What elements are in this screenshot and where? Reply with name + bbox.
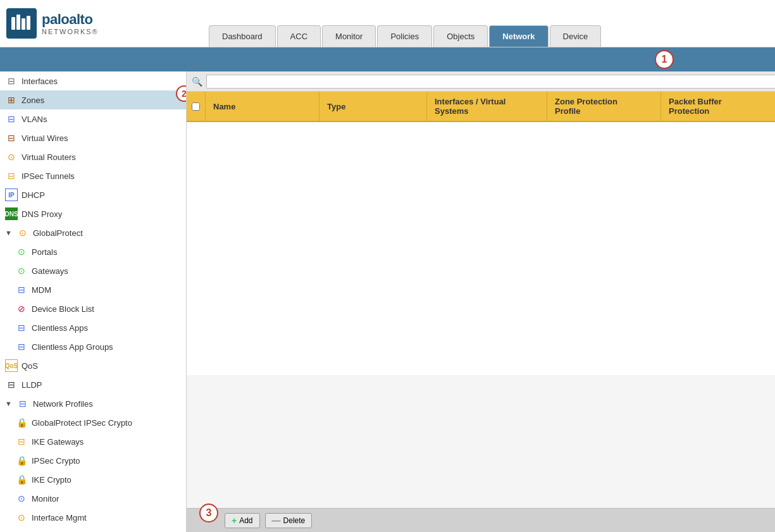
logo-company: paloalto (42, 11, 99, 28)
device-block-list-icon: ⊘ (15, 302, 28, 315)
sidebar-label-lldp: LLDP (22, 380, 42, 390)
sidebar-label-virtual-wires: Virtual Wires (22, 133, 68, 143)
ipsec-crypto-icon: 🔒 (15, 454, 28, 467)
select-all-checkbox[interactable] (192, 102, 200, 111)
svg-rect-3 (27, 16, 30, 30)
delete-button[interactable]: — Delete (265, 513, 313, 528)
tab-objects[interactable]: Objects (433, 25, 488, 47)
delete-icon: — (272, 516, 281, 526)
th-packet-buffer: Packet BufferProtection (661, 92, 775, 121)
sidebar-item-zones[interactable]: ⊞ Zones 2 (0, 90, 186, 109)
table-header: Name Type Interfaces / VirtualSystems Zo… (187, 92, 775, 122)
sidebar-label-vlans: VLANs (22, 114, 47, 124)
tab-device[interactable]: Device (550, 25, 602, 47)
sidebar-label-gateways: Gateways (32, 266, 68, 276)
sidebar-item-device-block-list[interactable]: ⊘ Device Block List (0, 299, 186, 318)
portals-icon: ⊙ (15, 245, 28, 258)
nav-tabs: Dashboard ACC Monitor Policies Objects N… (209, 0, 601, 47)
sidebar-label-monitor: Monitor (32, 494, 59, 504)
ike-crypto-icon: 🔒 (15, 473, 28, 486)
sidebar-label-ipsec-crypto: IPSec Crypto (32, 456, 80, 466)
sidebar-item-vlans[interactable]: ⊟ VLANs (0, 109, 186, 128)
sidebar-item-gateways[interactable]: ⊙ Gateways (0, 261, 186, 280)
search-input[interactable] (206, 75, 775, 89)
sidebar-item-monitor[interactable]: ⊙ Monitor (0, 489, 186, 508)
sidebar-label-clientless-apps: Clientless Apps (32, 323, 88, 333)
sidebar-label-qos: QoS (22, 361, 38, 371)
tab-network[interactable]: Network (489, 25, 548, 47)
sidebar-item-ike-crypto[interactable]: 🔒 IKE Crypto (0, 470, 186, 489)
main-content: ⊟ Interfaces ⊞ Zones 2 ⊟ VLANs ⊟ Virtual… (0, 71, 775, 532)
sidebar-label-ike-crypto: IKE Crypto (32, 475, 71, 485)
monitor-icon: ⊙ (15, 492, 28, 505)
ike-gateways-icon: ⊟ (15, 435, 28, 448)
sidebar-item-dhcp[interactable]: IP DHCP (0, 185, 186, 204)
sidebar-label-interface-mgmt: Interface Mgmt (32, 513, 87, 523)
sidebar-label-interfaces: Interfaces (22, 77, 58, 86)
sidebar-item-interface-mgmt[interactable]: ⊙ Interface Mgmt (0, 508, 186, 527)
bottom-toolbar: 3 + Add — Delete (187, 508, 775, 532)
tab-monitor[interactable]: Monitor (322, 25, 376, 47)
tab-policies[interactable]: Policies (377, 25, 432, 47)
logo-text: paloalto NETWORKS® (42, 11, 99, 35)
th-checkbox (187, 92, 206, 121)
logo-subtitle: NETWORKS® (42, 28, 99, 35)
add-button[interactable]: + Add (225, 513, 260, 528)
th-type: Type (319, 92, 427, 121)
sidebar-item-virtual-wires[interactable]: ⊟ Virtual Wires (0, 128, 186, 147)
sidebar-label-mdm: MDM (32, 285, 51, 295)
sidebar-item-interfaces[interactable]: ⊟ Interfaces (0, 71, 186, 90)
sidebar-item-dns-proxy[interactable]: DNS DNS Proxy (0, 204, 186, 223)
sidebar-label-gp-ipsec-crypto: GlobalProtect IPSec Crypto (32, 418, 132, 428)
tab-acc[interactable]: ACC (277, 25, 321, 47)
gp-ipsec-crypto-icon: 🔒 (15, 416, 28, 429)
vlans-icon: ⊟ (5, 113, 18, 125)
th-interfaces: Interfaces / VirtualSystems (427, 92, 547, 121)
zones-icon: ⊞ (5, 94, 18, 106)
sidebar-item-globalprotect[interactable]: ▼ ⊙ GlobalProtect (0, 223, 186, 242)
virtual-wires-icon: ⊟ (5, 132, 18, 144)
sidebar-item-ipsec-tunnels[interactable]: ⊟ IPSec Tunnels (0, 166, 186, 185)
search-icon: 🔍 (192, 77, 202, 87)
sidebar-item-network-profiles[interactable]: ▼ ⊟ Network Profiles (0, 394, 186, 413)
ipsec-tunnels-icon: ⊟ (5, 170, 18, 182)
svg-rect-2 (22, 18, 25, 30)
sidebar-label-virtual-routers: Virtual Routers (22, 152, 76, 162)
add-icon: + (232, 516, 237, 526)
badge-1: 1 (655, 50, 674, 69)
sidebar-item-qos[interactable]: QoS QoS (0, 356, 186, 375)
sidebar-item-lldp[interactable]: ⊟ LLDP (0, 375, 186, 394)
sidebar-item-gp-ipsec-crypto[interactable]: 🔒 GlobalProtect IPSec Crypto (0, 413, 186, 432)
sidebar-item-ipsec-crypto[interactable]: 🔒 IPSec Crypto (0, 451, 186, 470)
sidebar-label-portals: Portals (32, 247, 57, 257)
globalprotect-icon: ⊙ (16, 226, 29, 239)
sidebar-item-clientless-app-groups[interactable]: ⊟ Clientless App Groups (0, 337, 186, 356)
add-label: Add (239, 516, 252, 525)
interfaces-icon: ⊟ (5, 75, 18, 87)
sidebar-item-clientless-apps[interactable]: ⊟ Clientless Apps (0, 318, 186, 337)
sidebar-item-ike-gateways[interactable]: ⊟ IKE Gateways (0, 432, 186, 451)
sidebar-label-clientless-app-groups: Clientless App Groups (32, 342, 113, 352)
th-name: Name (206, 92, 319, 121)
sidebar-label-network-profiles: Network Profiles (33, 399, 93, 409)
data-table: Name Type Interfaces / VirtualSystems Zo… (187, 92, 775, 508)
sidebar-label-dns-proxy: DNS Proxy (22, 209, 62, 219)
sidebar-item-virtual-routers[interactable]: ⊙ Virtual Routers (0, 147, 186, 166)
virtual-routers-icon: ⊙ (5, 151, 18, 163)
logo-area: paloalto NETWORKS® (6, 8, 171, 39)
tab-dashboard[interactable]: Dashboard (209, 25, 276, 47)
svg-rect-0 (11, 17, 15, 30)
badge-2: 2 (176, 85, 187, 102)
interface-mgmt-icon: ⊙ (15, 511, 28, 524)
sidebar-label-ipsec-tunnels: IPSec Tunnels (22, 171, 75, 181)
header: paloalto NETWORKS® Dashboard ACC Monitor… (0, 0, 775, 47)
logo-icon (6, 8, 37, 39)
th-zone-protection: Zone ProtectionProfile (547, 92, 661, 121)
sidebar-item-mdm[interactable]: ⊟ MDM (0, 280, 186, 299)
sidebar-item-portals[interactable]: ⊙ Portals (0, 242, 186, 261)
clientless-app-groups-icon: ⊟ (15, 340, 28, 353)
gateways-icon: ⊙ (15, 264, 28, 277)
clientless-apps-icon: ⊟ (15, 321, 28, 334)
sidebar-item-zone-protection[interactable]: ⊟ Zone Protection (0, 527, 186, 532)
delete-label: Delete (283, 516, 306, 525)
